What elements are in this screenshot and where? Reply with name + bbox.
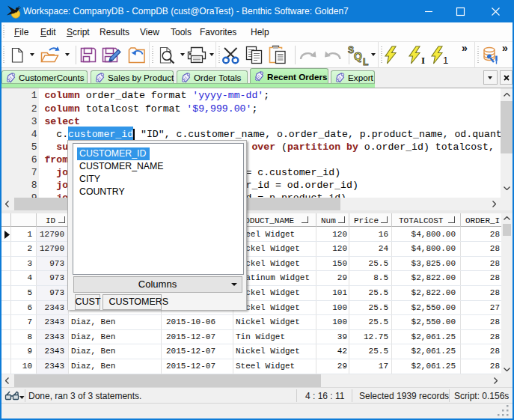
svg-text:L: L	[363, 57, 368, 67]
svg-text:1: 1	[443, 55, 448, 66]
svg-text:S: S	[348, 45, 354, 55]
svg-text:I: I	[421, 55, 425, 66]
svg-text:Q: Q	[354, 50, 362, 62]
svg-text:»: »	[462, 42, 468, 54]
svg-text:»: »	[502, 42, 508, 54]
